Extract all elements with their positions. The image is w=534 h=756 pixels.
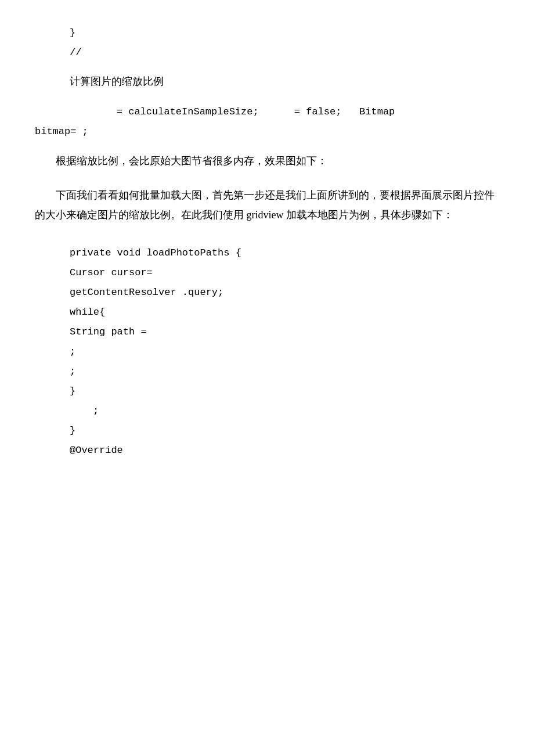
code-block-main: private void loadPhotoPaths { Cursor cur… — [35, 243, 499, 460]
code-comment-slash: // — [35, 43, 499, 63]
code-cursor-decl: Cursor cursor= — [35, 263, 499, 283]
paragraph-2-text: 下面我们看看如何批量加载大图，首先第一步还是我们上面所讲到的，要根据界面展示图片… — [35, 189, 495, 221]
code-string-path: String path = — [35, 322, 499, 342]
code-method-signature: private void loadPhotoPaths { — [35, 243, 499, 263]
code-closing-brace-while: } — [35, 381, 499, 401]
code-override: @Override — [35, 441, 499, 460]
code-semicolon-2: ; — [35, 362, 499, 381]
paragraph-2: 下面我们看看如何批量加载大图，首先第一步还是我们上面所讲到的，要根据界面展示图片… — [35, 185, 499, 225]
code-closing-brace-1: } — [35, 23, 499, 43]
code-bitmap: bitmap= ; — [35, 122, 499, 142]
main-content: } // 计算图片的缩放比例 = calculateInSampleSize; … — [35, 23, 499, 460]
code-calculate: = calculateInSampleSize; = false; Bitmap — [35, 102, 499, 122]
code-closing-brace-method: } — [35, 421, 499, 441]
code-semicolon-3: ; — [35, 401, 499, 421]
code-while: while{ — [35, 303, 499, 322]
code-get-content-resolver: getContentResolver .query; — [35, 283, 499, 303]
comment-text-1: 计算图片的缩放比例 — [35, 72, 499, 91]
code-semicolon-1: ; — [35, 342, 499, 362]
paragraph-1-text: 根据缩放比例，会比原始大图节省很多内存，效果图如下： — [56, 155, 327, 167]
paragraph-1: 根据缩放比例，会比原始大图节省很多内存，效果图如下： — [35, 151, 499, 171]
